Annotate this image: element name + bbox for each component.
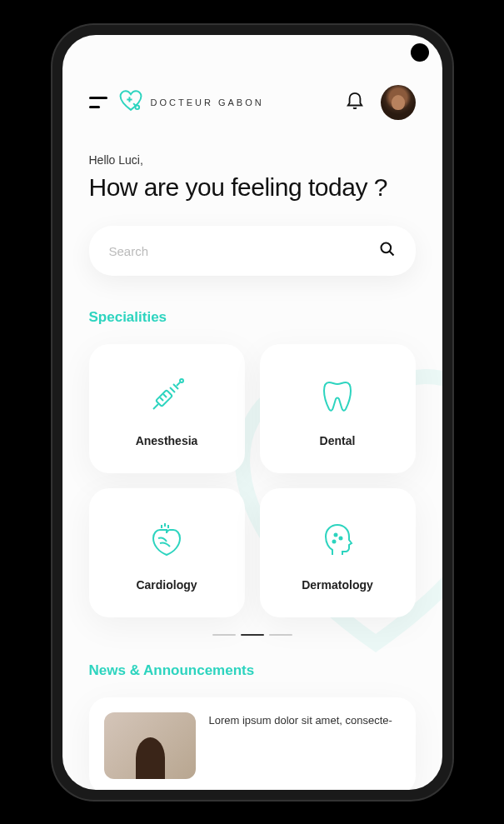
tooth-icon	[317, 376, 357, 419]
news-card[interactable]: Lorem ipsum dolor sit amet, consecte-	[89, 697, 416, 790]
menu-icon[interactable]	[89, 97, 107, 108]
speciality-card-anesthesia[interactable]: Anesthesia	[89, 344, 245, 473]
speciality-card-cardiology[interactable]: Cardiology	[89, 488, 245, 617]
main-question: How are you feeling today ?	[89, 172, 416, 203]
phone-screen: DOCTEUR GABON Hello Luci, How are you fe…	[62, 35, 442, 790]
news-title: News & Announcements	[89, 662, 416, 679]
svg-point-1	[381, 243, 391, 253]
speciality-card-dental[interactable]: Dental	[260, 344, 416, 473]
head-profile-icon	[317, 520, 357, 563]
search-bar[interactable]	[89, 226, 416, 276]
svg-point-5	[335, 533, 337, 536]
specialities-grid: Anesthesia Dental	[89, 344, 416, 617]
heart-organ-icon	[147, 520, 187, 563]
speciality-label: Dental	[320, 434, 356, 447]
pagination-dots[interactable]	[89, 634, 416, 636]
speciality-card-dermatology[interactable]: Dermatology	[260, 488, 416, 617]
svg-rect-3	[156, 390, 172, 407]
greeting-text: Hello Luci,	[89, 153, 416, 167]
svg-point-4	[180, 379, 183, 382]
specialities-title: Specialities	[89, 309, 416, 326]
search-icon[interactable]	[379, 241, 396, 261]
news-thumbnail	[104, 712, 196, 779]
syringe-icon	[147, 376, 187, 419]
page-dot-active[interactable]	[241, 634, 264, 636]
speciality-label: Cardiology	[136, 578, 197, 592]
page-dot[interactable]	[269, 634, 292, 636]
header-left: DOCTEUR GABON	[89, 89, 264, 116]
header-right	[346, 85, 416, 120]
phone-frame: DOCTEUR GABON Hello Luci, How are you fe…	[52, 25, 452, 800]
user-avatar[interactable]	[381, 85, 416, 120]
svg-line-2	[389, 252, 393, 256]
page-dot[interactable]	[212, 634, 236, 636]
notifications-icon[interactable]	[346, 91, 364, 114]
app-header: DOCTEUR GABON	[89, 85, 416, 120]
speciality-label: Dermatology	[302, 578, 373, 592]
svg-point-6	[340, 537, 342, 539]
svg-point-7	[333, 540, 336, 542]
brand-name: DOCTEUR GABON	[151, 97, 264, 107]
brand-logo[interactable]: DOCTEUR GABON	[117, 89, 264, 116]
speciality-label: Anesthesia	[136, 434, 198, 447]
news-excerpt: Lorem ipsum dolor sit amet, consecte-	[209, 712, 392, 779]
camera-hole	[411, 43, 429, 62]
search-input[interactable]	[109, 244, 379, 258]
heart-logo-icon	[117, 89, 144, 116]
